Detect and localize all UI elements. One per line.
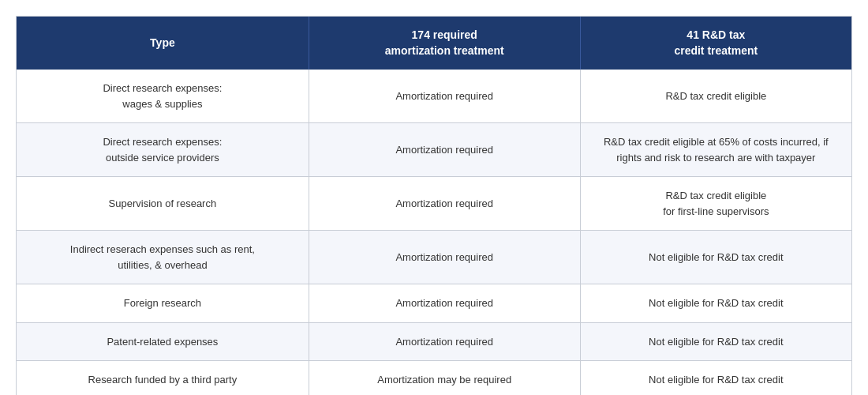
cell-type: Patent-related expenses: [17, 322, 309, 361]
header-41: 41 R&D taxcredit treatment: [580, 17, 851, 70]
cell-type: Foreign research: [17, 284, 309, 323]
cell-41: R&D tax credit eligible at 65% of costs …: [580, 123, 851, 177]
cell-174: Amortization required: [309, 322, 580, 361]
cell-type: Indirect reserach expenses such as rent,…: [17, 231, 309, 284]
cell-41: Not eligible for R&D tax credit: [580, 322, 851, 361]
cell-174: Amortization required: [309, 284, 580, 323]
table-row: Direct research expenses:wages & supplie…: [17, 70, 851, 123]
table-row: Foreign researchAmortization requiredNot…: [17, 284, 851, 323]
cell-174: Amortization required: [309, 177, 580, 231]
cell-type: Direct research expenses:outside service…: [17, 123, 309, 177]
table-row: Supervision of researchAmortization requ…: [17, 177, 851, 231]
cell-type: Research funded by a third party: [17, 361, 309, 395]
cell-174: Amortization may be required: [309, 361, 580, 395]
table-row: Research funded by a third partyAmortiza…: [17, 361, 851, 395]
header-type: Type: [17, 17, 309, 70]
table-row: Patent-related expensesAmortization requ…: [17, 322, 851, 361]
comparison-table: Type 174 requiredamortization treatment …: [16, 16, 852, 395]
cell-41: Not eligible for R&D tax credit: [580, 231, 851, 284]
cell-41: R&D tax credit eligible: [580, 70, 851, 123]
header-174: 174 requiredamortization treatment: [309, 17, 580, 70]
cell-type: Direct research expenses:wages & supplie…: [17, 70, 309, 123]
cell-41: Not eligible for R&D tax credit: [580, 284, 851, 323]
cell-41: Not eligible for R&D tax credit: [580, 361, 851, 395]
table-row: Direct research expenses:outside service…: [17, 123, 851, 177]
cell-41: R&D tax credit eligiblefor first-line su…: [580, 177, 851, 231]
cell-174: Amortization required: [309, 70, 580, 123]
cell-type: Supervision of research: [17, 177, 309, 231]
table-row: Indirect reserach expenses such as rent,…: [17, 231, 851, 284]
cell-174: Amortization required: [309, 123, 580, 177]
cell-174: Amortization required: [309, 231, 580, 284]
